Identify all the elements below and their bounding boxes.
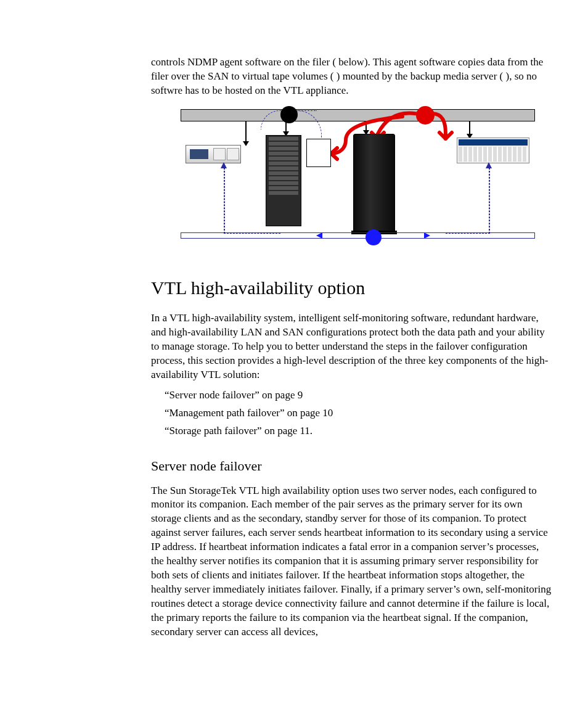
ndmp-topology-figure [181,109,535,251]
lan-drop [245,121,247,145]
san-dashed-link [446,232,490,234]
san-junction-icon [365,229,382,245]
subsection-paragraph: The Sun StorageTek VTL high availability… [151,484,552,639]
intro-paragraph: controls NDMP agent software on the file… [151,55,552,98]
nas-filer-icon [457,138,529,163]
lan-junction-icon [280,106,298,123]
san-dashed-riser [489,165,490,234]
toc-item: “Server node failover” on page 9 [165,388,552,403]
section-heading: VTL high-availability option [151,276,552,301]
lan-drop [365,121,367,134]
section-paragraph: In a VTL high-availability system, intel… [151,311,552,382]
san-arrow-left-icon [316,232,322,239]
san-dashed-riser [224,165,225,234]
toc-item: “Storage path failover” on page 11. [165,424,552,438]
arrow-up-icon [221,162,227,168]
virtual-tape-library-icon [353,134,395,231]
lan-drop [469,121,470,138]
toc-item: “Management path failover” on page 10 [165,406,552,421]
toc-list: “Server node failover” on page 9 “Manage… [151,388,552,438]
arrow-up-icon [486,162,492,168]
backup-media-server-icon [186,145,241,163]
san-arrow-right-icon [424,232,430,239]
subsection-heading: Server node failover [151,457,552,475]
ndmp-control-box-icon [306,139,331,167]
vtl-appliance-rack-icon [266,135,301,226]
filer-junction-icon [416,106,435,125]
san-dashed-link [224,232,280,234]
lan-bar [181,109,535,121]
